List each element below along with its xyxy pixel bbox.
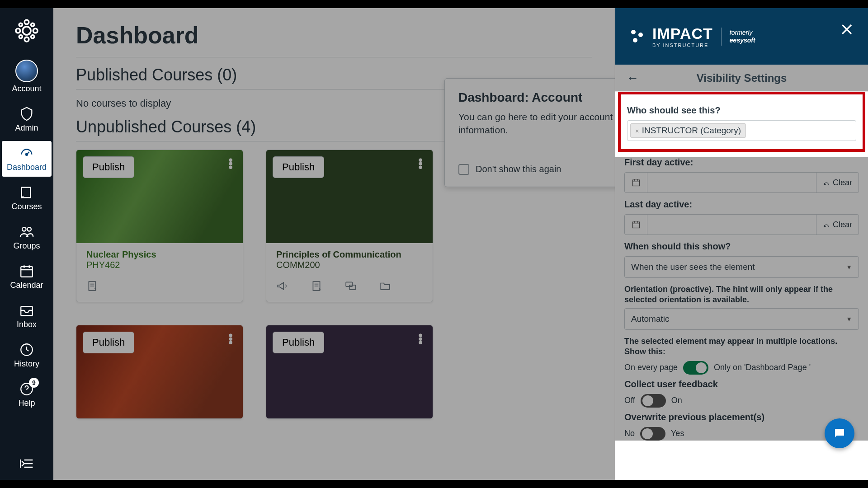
svg-rect-24	[632, 222, 639, 228]
kebab-icon[interactable]: •••	[228, 333, 233, 344]
course-title: Principles of Communication	[276, 249, 423, 260]
publish-button[interactable]: Publish	[83, 156, 134, 178]
brand-subtitle: BY INSTRUCTURE	[652, 42, 713, 48]
nav-history[interactable]: History	[2, 338, 52, 373]
audience-input[interactable]: × INSTRUCTOR (Category)	[627, 120, 856, 141]
remove-tag-icon[interactable]: ×	[635, 127, 639, 135]
audience-tag: × INSTRUCTOR (Category)	[630, 123, 746, 138]
nav-history-label: History	[14, 359, 39, 369]
nav-inbox-label: Inbox	[17, 320, 37, 329]
card-header: Publish •••	[76, 325, 243, 418]
feedback-label: Collect user feedback	[624, 379, 859, 389]
collapse-nav-icon[interactable]	[19, 458, 34, 471]
kebab-icon[interactable]: •••	[418, 333, 423, 344]
svg-point-0	[23, 27, 31, 35]
course-code: COMM200	[276, 260, 423, 270]
tag-text: INSTRUCTOR (Category)	[642, 126, 741, 136]
no-label: No	[624, 429, 635, 438]
publish-button[interactable]: Publish	[273, 156, 324, 178]
first-day-field[interactable]	[647, 173, 816, 192]
canvas-logo-icon	[13, 17, 40, 44]
last-day-field[interactable]	[647, 215, 816, 235]
overwrite-toggle[interactable]	[640, 427, 665, 441]
course-card[interactable]: Publish ••• Nuclear Physics PHY462	[76, 150, 243, 302]
publish-button[interactable]: Publish	[273, 332, 324, 353]
nav-dashboard-label: Dashboard	[7, 163, 47, 172]
announcements-icon[interactable]	[276, 280, 288, 294]
chat-fab[interactable]	[825, 418, 854, 448]
card-header: Publish •••	[76, 150, 243, 243]
when-label: When should this show?	[624, 241, 859, 252]
svg-point-4	[33, 28, 38, 33]
orientation-select[interactable]: Automatic ▼	[624, 308, 859, 330]
nav-courses[interactable]: Courses	[2, 180, 52, 216]
dont-show-checkbox[interactable]	[458, 164, 469, 175]
only-on-label: Only on 'Dashboard Page '	[714, 363, 811, 372]
clear-button[interactable]: Clear	[816, 215, 859, 235]
global-nav: Account Admin Dashboard Courses Groups C…	[0, 8, 53, 480]
clear-label: Clear	[833, 220, 852, 230]
assignments-icon[interactable]	[311, 280, 322, 294]
feedback-toggle[interactable]	[641, 394, 666, 408]
nav-help[interactable]: 9 Help	[2, 377, 52, 413]
overwrite-label: Overwrite previous placement(s)	[624, 412, 859, 422]
popover-title: Dashboard: Account	[458, 90, 615, 105]
course-code: PHY462	[86, 260, 233, 270]
nav-inbox[interactable]: Inbox	[2, 298, 52, 334]
card-header: Publish •••	[266, 325, 433, 418]
svg-rect-12	[21, 267, 33, 277]
files-icon[interactable]	[379, 280, 391, 294]
nav-admin-label: Admin	[15, 123, 38, 133]
discussions-icon[interactable]	[345, 280, 357, 294]
when-select[interactable]: When the user sees the element ▼	[624, 256, 859, 278]
svg-point-1	[24, 20, 29, 24]
svg-point-22	[633, 38, 637, 42]
nav-account[interactable]: Account	[2, 55, 52, 98]
clear-button[interactable]: Clear	[816, 173, 859, 192]
help-badge: 9	[29, 378, 39, 388]
brand-name: IMPACT	[652, 25, 713, 42]
svg-point-6	[31, 23, 34, 26]
nav-courses-label: Courses	[11, 202, 42, 211]
course-title: Nuclear Physics	[86, 249, 233, 260]
last-day-input[interactable]: Clear	[624, 214, 859, 235]
assignments-icon[interactable]	[86, 280, 98, 294]
clear-label: Clear	[833, 178, 852, 188]
chevron-down-icon: ▼	[846, 263, 852, 271]
course-card[interactable]: Publish ••• Principles of Communication …	[266, 150, 433, 302]
panel-title: Visibility Settings	[697, 72, 787, 84]
card-header: Publish •••	[266, 150, 433, 243]
kebab-icon[interactable]: •••	[418, 158, 423, 169]
panel-close-icon[interactable]	[839, 22, 854, 39]
svg-point-20	[631, 30, 636, 34]
nav-dashboard[interactable]: Dashboard	[2, 141, 52, 177]
first-day-label: First day active:	[624, 157, 859, 168]
main-content: Dashboard Published Courses (0) No cours…	[53, 8, 615, 480]
publish-button[interactable]: Publish	[83, 332, 134, 353]
when-value: When the user sees the element	[631, 262, 755, 272]
who-label: Who should see this?	[627, 105, 856, 116]
nav-help-label: Help	[18, 399, 35, 408]
kebab-icon[interactable]: •••	[228, 158, 233, 169]
yes-label: Yes	[671, 429, 684, 438]
eesysoft-label: eesysoft	[730, 37, 755, 44]
last-day-label: Last day active:	[624, 199, 859, 210]
nav-calendar[interactable]: Calendar	[2, 259, 52, 295]
svg-point-11	[27, 227, 31, 231]
multi-location-label: The selected element may appear in multi…	[624, 336, 859, 357]
back-arrow-icon[interactable]: ←	[626, 71, 639, 85]
nav-admin[interactable]: Admin	[2, 102, 52, 137]
nav-groups[interactable]: Groups	[2, 220, 52, 255]
course-card[interactable]: Publish •••	[266, 325, 433, 419]
formerly-label: formerly	[730, 29, 755, 37]
svg-rect-23	[632, 180, 639, 186]
svg-point-10	[22, 227, 26, 231]
first-day-input[interactable]: Clear	[624, 172, 859, 193]
who-should-see-section: Who should see this? × INSTRUCTOR (Categ…	[618, 92, 865, 152]
chevron-down-icon: ▼	[846, 315, 852, 323]
page-scope-toggle[interactable]	[683, 361, 708, 375]
avatar	[15, 60, 38, 82]
panel-header: IMPACT BY INSTRUCTURE formerly eesysoft	[615, 8, 868, 65]
course-card[interactable]: Publish •••	[76, 325, 243, 419]
svg-point-3	[16, 28, 20, 33]
